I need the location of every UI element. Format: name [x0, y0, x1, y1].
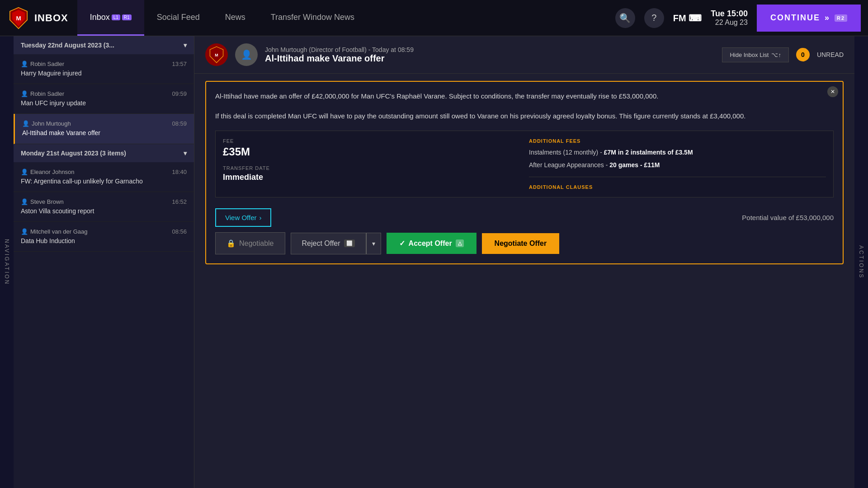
nav-tabs: Inbox L1 R1 Social Feed News Transfer Wi…: [77, 0, 367, 36]
tab-news-label: News: [225, 13, 245, 22]
tab-transfer-window[interactable]: Transfer Window News: [258, 0, 367, 36]
tab-inbox-label: Inbox: [90, 13, 110, 22]
inbox-item-robin1[interactable]: 👤 Robin Sadler 13:57 Harry Maguire injur…: [14, 54, 194, 84]
inbox-time: 18:40: [172, 169, 187, 175]
tab-transfer-label: Transfer Window News: [271, 13, 354, 22]
action-buttons: 🔒 Negotiable Reject Offer ⬜ ▾ ✓ Accept O…: [215, 232, 834, 254]
chevron-down-icon: ▾: [184, 42, 187, 49]
inbox-item-header: 👤 Robin Sadler 09:59: [21, 90, 187, 97]
tab-social-label: Social Feed: [157, 13, 200, 22]
inbox-item-header: 👤 John Murtough 08:59: [22, 120, 187, 127]
close-offer-button[interactable]: ✕: [827, 86, 838, 97]
top-navigation: M INBOX Inbox L1 R1 Social Feed News Tra…: [0, 0, 868, 36]
checkmark-icon: ✓: [399, 239, 405, 248]
unread-count-badge: 0: [796, 48, 810, 61]
inbox-sender: 👤 Mitchell van der Gaag: [21, 228, 87, 235]
inbox-group-monday[interactable]: Monday 21st August 2023 (3 items) ▾: [14, 144, 194, 162]
tab-news[interactable]: News: [212, 0, 258, 36]
inbox-subject: Aston Villa scouting report: [21, 207, 187, 215]
inbox-title: INBOX: [34, 12, 68, 24]
accept-label: Accept Offer: [409, 239, 452, 248]
inbox-item-header: 👤 Robin Sadler 13:57: [21, 61, 187, 67]
tab-inbox-badge-r1: R1: [122, 14, 132, 20]
logo-area: M INBOX: [7, 7, 68, 29]
reject-btn-group: Reject Offer ⬜ ▾: [291, 233, 381, 254]
tab-social-feed[interactable]: Social Feed: [144, 0, 212, 36]
inbox-subject: FW: Argentina call-up unlikely for Garna…: [21, 177, 187, 185]
reject-offer-button[interactable]: Reject Offer ⬜: [291, 233, 366, 254]
inbox-item-mitchell1[interactable]: 👤 Mitchell van der Gaag 08:56 Data Hub I…: [14, 222, 194, 252]
inbox-time: 09:59: [172, 90, 187, 97]
tab-inbox-badge-l1: L1: [112, 14, 120, 20]
accept-shortcut-icon: △: [456, 239, 464, 247]
divider: [529, 177, 826, 177]
club-shield-icon: M: [7, 7, 30, 29]
help-button[interactable]: ?: [644, 8, 664, 28]
inbox-item-john1[interactable]: 👤 John Murtough 08:59 Al-Ittihad make Va…: [14, 114, 194, 144]
reject-dropdown-button[interactable]: ▾: [366, 233, 381, 254]
inbox-time: 08:59: [172, 120, 187, 127]
inbox-item-header: 👤 Eleanor Johnson 18:40: [21, 169, 187, 175]
lock-icon: 🔒: [226, 239, 236, 248]
offer-left-column: FEE £35M TRANSFER DATE Immediate: [223, 138, 520, 190]
person-icon: 👤: [22, 120, 29, 127]
inbox-sender: 👤 Robin Sadler: [21, 61, 64, 67]
reject-shortcut-icon: ⬜: [344, 239, 355, 247]
person-avatar: 👤: [235, 43, 258, 66]
inbox-time: 16:52: [172, 198, 187, 205]
inbox-item-eleanor1[interactable]: 👤 Eleanor Johnson 18:40 FW: Argentina ca…: [14, 162, 194, 192]
chevron-down-icon: ▾: [184, 150, 187, 157]
continue-button[interactable]: CONTINUE » R2: [757, 5, 861, 32]
search-button[interactable]: 🔍: [615, 8, 635, 28]
offer-right-column: ADDITIONAL FEES Instalments (12 monthly)…: [529, 138, 826, 190]
message-subject: Al-Ittihad make Varane offer: [265, 53, 715, 64]
potential-value: Potential value of £53,000,000: [742, 214, 834, 221]
accept-offer-button[interactable]: ✓ Accept Offer △: [387, 233, 476, 254]
current-date: 22 Aug 23: [711, 19, 748, 27]
inbox-time: 08:56: [172, 228, 187, 235]
person-icon: 👤: [21, 228, 28, 235]
main-content: NAVIGATION Tuesday 22nd August 2023 (3..…: [0, 36, 868, 488]
inbox-subject-active: Al-Ittihad make Varane offer: [22, 129, 187, 137]
inbox-group-monday-label: Monday 21st August 2023 (3 items): [21, 150, 126, 157]
hide-inbox-shortcut: ⌥↑: [771, 52, 781, 58]
negotiable-button[interactable]: 🔒 Negotiable: [215, 232, 285, 254]
inbox-time: 13:57: [172, 61, 187, 67]
message-header: M 👤 John Murtough (Director of Football)…: [194, 36, 854, 74]
unread-label: UNREAD: [817, 51, 844, 58]
svg-text:M: M: [16, 15, 21, 22]
negotiate-offer-button[interactable]: Negotiate Offer: [482, 233, 560, 254]
inbox-item-header: 👤 Mitchell van der Gaag 08:56: [21, 228, 187, 235]
club-avatar: M: [205, 43, 228, 66]
continue-label: CONTINUE: [770, 13, 820, 23]
additional-clauses-label: ADDITIONAL CLAUSES: [529, 184, 826, 190]
inbox-item-robin2[interactable]: 👤 Robin Sadler 09:59 Man UFC injury upda…: [14, 84, 194, 114]
negotiable-label: Negotiable: [239, 239, 274, 248]
fee-value: £35M: [223, 145, 520, 158]
hide-inbox-button[interactable]: Hide Inbox List ⌥↑: [722, 47, 789, 62]
inbox-sender: 👤 Robin Sadler: [21, 90, 64, 97]
fm-logo: FM ⌨: [673, 13, 702, 23]
additional-fees-label: ADDITIONAL FEES: [529, 138, 826, 144]
view-offer-button[interactable]: View Offer ›: [215, 208, 271, 227]
tab-inbox[interactable]: Inbox L1 R1: [77, 0, 144, 36]
view-offer-label: View Offer: [225, 214, 256, 221]
inbox-group-tuesday-label: Tuesday 22nd August 2023 (3...: [21, 42, 114, 49]
fee-row-instalments: Instalments (12 monthly) - £7M in 2 inst…: [529, 148, 826, 157]
offer-body-1: Al-Ittihad have made an offer of £42,000…: [215, 91, 834, 102]
person-icon: 👤: [21, 90, 28, 97]
inbox-list: Tuesday 22nd August 2023 (3... ▾ 👤 Robin…: [14, 36, 194, 488]
fee-label: FEE: [223, 138, 520, 144]
offer-body-2: If this deal is completed Man UFC will h…: [215, 111, 834, 122]
actions-label: ACTIONS: [858, 245, 864, 279]
inbox-group-tuesday[interactable]: Tuesday 22nd August 2023 (3... ▾: [14, 36, 194, 54]
nav-right: 🔍 ? FM ⌨ Tue 15:00 22 Aug 23 CONTINUE » …: [615, 5, 861, 32]
inbox-item-steve1[interactable]: 👤 Steve Brown 16:52 Aston Villa scouting…: [14, 192, 194, 222]
hide-inbox-label: Hide Inbox List: [730, 52, 769, 58]
negotiate-label: Negotiate Offer: [495, 239, 547, 247]
message-panel: M 👤 John Murtough (Director of Football)…: [194, 36, 854, 488]
person-icon: 👤: [21, 169, 28, 175]
inbox-sender: 👤 Steve Brown: [21, 198, 64, 205]
offer-footer: View Offer › Potential value of £53,000,…: [215, 205, 834, 227]
transfer-date-label: TRANSFER DATE: [223, 165, 520, 171]
